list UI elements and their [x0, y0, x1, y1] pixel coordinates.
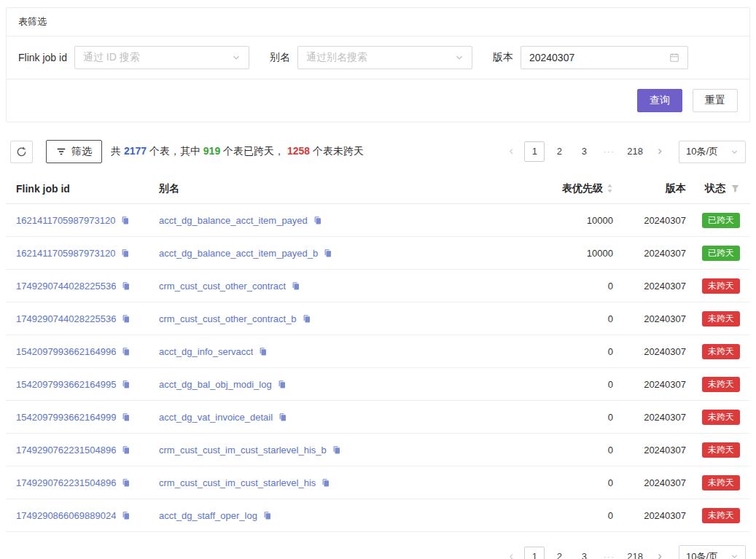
- copy-icon[interactable]: [278, 413, 287, 422]
- flink-job-id-link[interactable]: 1749290866069889024: [16, 510, 116, 521]
- flink-job-id-link[interactable]: 1749290744028225536: [16, 313, 116, 324]
- sorter-icon[interactable]: [607, 183, 613, 194]
- flink-job-id-link[interactable]: 1542097993662164995: [16, 379, 116, 390]
- alias-link[interactable]: acct_dg_balance_acct_item_payed_b: [159, 248, 318, 259]
- copy-icon[interactable]: [121, 281, 130, 291]
- version-cell: 20240307: [613, 445, 686, 456]
- priority-cell: 0: [526, 412, 613, 423]
- copy-icon[interactable]: [332, 445, 341, 455]
- pagination-page-218[interactable]: 218: [623, 141, 647, 162]
- flink-job-id-link[interactable]: 1621411705987973120: [16, 215, 115, 226]
- chevron-down-icon: [232, 53, 241, 62]
- flink-job-id-link[interactable]: 1749290744028225536: [16, 281, 116, 292]
- table-summary: 共 2177 个表，其中 919 个表已跨天， 1258 个表未跨天: [111, 145, 364, 158]
- summary-text: 个表已跨天，: [220, 145, 287, 157]
- funnel-icon[interactable]: [730, 184, 740, 193]
- copy-icon[interactable]: [323, 249, 332, 258]
- flink-job-id-link[interactable]: 1749290762231504896: [16, 445, 116, 456]
- alias-link[interactable]: acct_dg_info_servacct: [159, 346, 253, 357]
- field-alias: 别名 通过别名搜索: [270, 46, 472, 69]
- table-row: 1621411705987973120 acct_dg_balance_acct…: [6, 204, 750, 237]
- pagination-ellipsis[interactable]: ···: [599, 141, 619, 162]
- version-date-input[interactable]: 20240307: [521, 46, 688, 69]
- copy-icon[interactable]: [277, 380, 287, 389]
- version-cell: 20240307: [613, 248, 686, 259]
- pagination-page-218[interactable]: 218: [623, 547, 647, 559]
- copy-icon[interactable]: [121, 347, 130, 356]
- alias-link[interactable]: acct_dg_staff_oper_log: [159, 510, 257, 521]
- table-row: 1542097993662164995 acct_dg_bal_obj_modi…: [6, 368, 750, 401]
- copy-icon[interactable]: [321, 478, 330, 488]
- table-row: 1542097993662164999 acct_dg_vat_invoice_…: [6, 401, 750, 434]
- page-size-select[interactable]: 10条/页: [679, 141, 746, 163]
- alias-link[interactable]: crm_cust_cust_other_contract: [159, 281, 286, 292]
- copy-icon[interactable]: [121, 380, 130, 389]
- alias-link[interactable]: crm_cust_cust_other_contract_b: [159, 313, 297, 324]
- version-cell: 20240307: [613, 215, 686, 226]
- priority-cell: 0: [526, 510, 613, 521]
- copy-icon[interactable]: [120, 216, 130, 225]
- calendar-icon: [669, 52, 679, 63]
- flink-job-id-label: Flink job id: [18, 52, 67, 63]
- status-badge: 未跨天: [702, 410, 740, 425]
- copy-icon[interactable]: [120, 249, 130, 258]
- pagination-page-1[interactable]: 1: [524, 141, 545, 162]
- pagination-page-2[interactable]: 2: [549, 547, 569, 559]
- pagination-page-3[interactable]: 3: [574, 141, 594, 162]
- flink-job-id-select[interactable]: 通过 ID 搜索: [74, 46, 249, 69]
- page-size-value: 10条/页: [686, 550, 718, 559]
- alias-link[interactable]: acct_dg_vat_invoice_detail: [159, 412, 273, 423]
- filter-toggle-button[interactable]: 筛选: [46, 140, 102, 163]
- table-row: 1749290762231504896 crm_cust_cust_im_cus…: [6, 466, 750, 499]
- page-size-select[interactable]: 10条/页: [679, 545, 746, 559]
- tables-table: Flink job id 别名 表优先级 版本 状态 1621411705987…: [6, 173, 750, 532]
- alias-link[interactable]: acct_dg_balance_acct_item_payed: [159, 215, 308, 226]
- alias-link[interactable]: crm_cust_cust_im_cust_starlevel_his: [159, 477, 316, 488]
- copy-icon[interactable]: [302, 314, 311, 324]
- copy-icon[interactable]: [121, 445, 130, 455]
- filter-lines-icon: [56, 146, 66, 157]
- flink-job-id-link[interactable]: 1542097993662164996: [16, 346, 116, 357]
- header-priority-label: 表优先级: [562, 182, 603, 195]
- pagination-page-3[interactable]: 3: [574, 547, 594, 559]
- header-priority[interactable]: 表优先级: [526, 182, 613, 195]
- priority-cell: 0: [526, 346, 613, 357]
- alias-placeholder: 通过别名搜索: [306, 51, 367, 64]
- pagination-ellipsis[interactable]: ···: [599, 547, 619, 559]
- copy-icon[interactable]: [313, 216, 322, 225]
- query-button[interactable]: 查询: [637, 89, 682, 112]
- table-row: 1749290866069889024 acct_dg_staff_oper_l…: [6, 499, 750, 532]
- flink-job-id-link[interactable]: 1621411705987973120: [16, 248, 115, 259]
- pagination-prev-button[interactable]: ‹: [502, 547, 520, 559]
- copy-icon[interactable]: [121, 413, 130, 422]
- pagination-next-button[interactable]: ›: [651, 547, 669, 559]
- copy-icon[interactable]: [121, 511, 130, 520]
- copy-icon[interactable]: [258, 347, 268, 356]
- copy-icon[interactable]: [121, 314, 130, 324]
- flink-job-id-link[interactable]: 1542097993662164999: [16, 412, 116, 423]
- alias-link[interactable]: crm_cust_cust_im_cust_starlevel_his_b: [159, 445, 327, 456]
- copy-icon[interactable]: [121, 478, 130, 488]
- alias-select[interactable]: 通过别名搜索: [297, 46, 472, 69]
- summary-text: 共: [111, 145, 124, 157]
- pagination-prev-button[interactable]: ‹: [502, 141, 520, 162]
- pagination-next-button[interactable]: ›: [651, 141, 669, 162]
- page-size-value: 10条/页: [686, 145, 718, 158]
- pagination-top-pages: ‹123···218›: [502, 141, 669, 162]
- reset-button[interactable]: 重置: [693, 89, 738, 112]
- version-cell: 20240307: [613, 477, 686, 488]
- pagination-bottom-pages: ‹123···218›: [502, 547, 669, 559]
- priority-cell: 0: [526, 379, 613, 390]
- priority-cell: 0: [526, 281, 613, 292]
- alias-link[interactable]: acct_dg_bal_obj_modi_log: [159, 379, 272, 390]
- uncrossed-count: 1258: [287, 145, 310, 157]
- refresh-button[interactable]: [10, 141, 33, 163]
- flink-job-id-link[interactable]: 1749290762231504896: [16, 477, 116, 488]
- pagination-page-2[interactable]: 2: [549, 141, 569, 162]
- copy-icon[interactable]: [262, 511, 272, 520]
- copy-icon[interactable]: [291, 281, 300, 291]
- table-row: 1621411705987973120 acct_dg_balance_acct…: [6, 237, 750, 270]
- pagination-top: ‹123···218› 10条/页: [502, 141, 746, 163]
- version-cell: 20240307: [613, 281, 686, 292]
- pagination-page-1[interactable]: 1: [524, 547, 545, 559]
